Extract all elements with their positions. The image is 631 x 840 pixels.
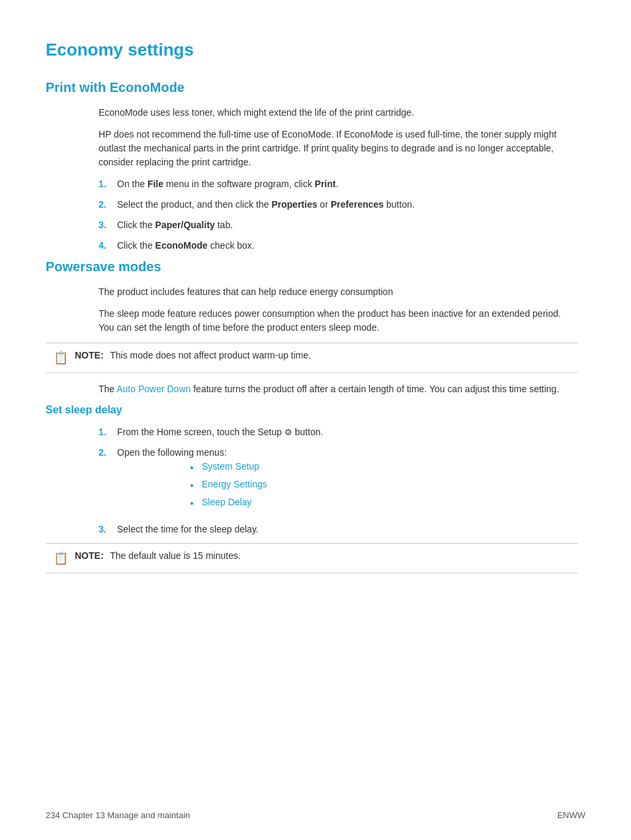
economode-para1: EconoMode uses less toner, which might e… — [99, 106, 578, 120]
sleep-step-1: 1. From the Home screen, touch the Setup… — [99, 425, 578, 439]
note-label-1: NOTE: — [75, 350, 104, 360]
subsection-title-sleep-delay: Set sleep delay — [46, 404, 578, 416]
bullet-item-energy-settings: ● Energy Settings — [190, 478, 578, 491]
bullet-dot-2: ● — [190, 480, 202, 490]
economode-steps: 1. On the File menu in the software prog… — [99, 177, 578, 253]
note-box-1: 📋 NOTE: This mode does not affect produc… — [46, 343, 578, 373]
step-3: 3. Click the Paper/Quality tab. — [99, 218, 578, 232]
sleep-step-2-num: 2. — [99, 446, 117, 516]
powersave-para3-post: feature turns the product off after a ce… — [190, 384, 559, 394]
powersave-para2: The sleep mode feature reduces power con… — [99, 307, 578, 335]
auto-power-down-link[interactable]: Auto Power Down — [116, 384, 190, 394]
bullet-dot-1: ● — [190, 462, 202, 472]
powersave-para3: The Auto Power Down feature turns the pr… — [99, 382, 578, 396]
step-2: 2. Select the product, and then click th… — [99, 198, 578, 212]
sleep-step-2: 2. Open the following menus: ● System Se… — [99, 446, 578, 516]
note-box-2: 📋 NOTE: The default value is 15 minutes. — [46, 543, 578, 573]
bullet-list: ● System Setup ● Energy Settings ● Sleep… — [190, 460, 578, 509]
note-1-text: NOTE: This mode does not affect product … — [75, 349, 311, 362]
step-2-content: Select the product, and then click the P… — [117, 198, 578, 212]
step-1-num: 1. — [99, 177, 117, 191]
powersave-para3-pre: The — [99, 384, 116, 394]
note-label-2: NOTE: — [75, 550, 104, 561]
note-2-content: The default value is 15 minutes. — [110, 550, 241, 561]
step-1-content: On the File menu in the software program… — [117, 177, 578, 191]
step-3-content: Click the Paper/Quality tab. — [117, 218, 578, 232]
powersave-para1: The product includes features that can h… — [99, 285, 578, 299]
bullet-item-system-setup: ● System Setup — [190, 460, 578, 474]
step-4-num: 4. — [99, 239, 117, 253]
note-2-text: NOTE: The default value is 15 minutes. — [75, 549, 241, 563]
bullet-text-system-setup[interactable]: System Setup — [202, 460, 259, 474]
section-title-powersave: Powersave modes — [46, 259, 578, 274]
step-1: 1. On the File menu in the software prog… — [99, 177, 578, 191]
sleep-step-3-content: Select the time for the sleep delay. — [117, 523, 578, 536]
footer-right: ENWW — [557, 810, 585, 820]
sleep-step-1-num: 1. — [99, 425, 117, 439]
sleep-delay-steps: 1. From the Home screen, touch the Setup… — [99, 425, 578, 536]
footer: 234 Chapter 13 Manage and maintain ENWW — [0, 810, 631, 820]
step-4-content: Click the EconoMode check box. — [117, 239, 578, 253]
footer-left: 234 Chapter 13 Manage and maintain — [46, 810, 190, 820]
bullet-text-energy-settings[interactable]: Energy Settings — [202, 478, 267, 491]
bullet-item-sleep-delay: ● Sleep Delay — [190, 495, 578, 509]
bullet-dot-3: ● — [190, 498, 202, 508]
section-title-economode: Print with EconoMode — [46, 80, 578, 95]
step-4: 4. Click the EconoMode check box. — [99, 239, 578, 253]
sleep-step-3-num: 3. — [99, 523, 117, 536]
sleep-step-1-pre: From the Home screen, touch the Setup — [117, 427, 284, 437]
sleep-step-1-content: From the Home screen, touch the Setup ⚙ … — [117, 425, 578, 439]
note-1-content: This mode does not affect product warm-u… — [110, 350, 311, 360]
economode-para2: HP does not recommend the full-time use … — [99, 128, 578, 169]
sleep-step-2-text: Open the following menus: — [117, 447, 227, 458]
note-icon-1: 📋 — [54, 349, 69, 367]
step-3-num: 3. — [99, 218, 117, 232]
note-icon-2: 📋 — [54, 550, 69, 567]
sleep-step-1-post: button. — [292, 427, 323, 437]
step-2-num: 2. — [99, 198, 117, 212]
sleep-step-2-content: Open the following menus: ● System Setup… — [117, 446, 578, 516]
bullet-text-sleep-delay[interactable]: Sleep Delay — [202, 495, 252, 509]
setup-icon: ⚙ — [284, 426, 292, 439]
sleep-step-3: 3. Select the time for the sleep delay. — [99, 523, 578, 536]
page-title: Economy settings — [46, 40, 578, 60]
